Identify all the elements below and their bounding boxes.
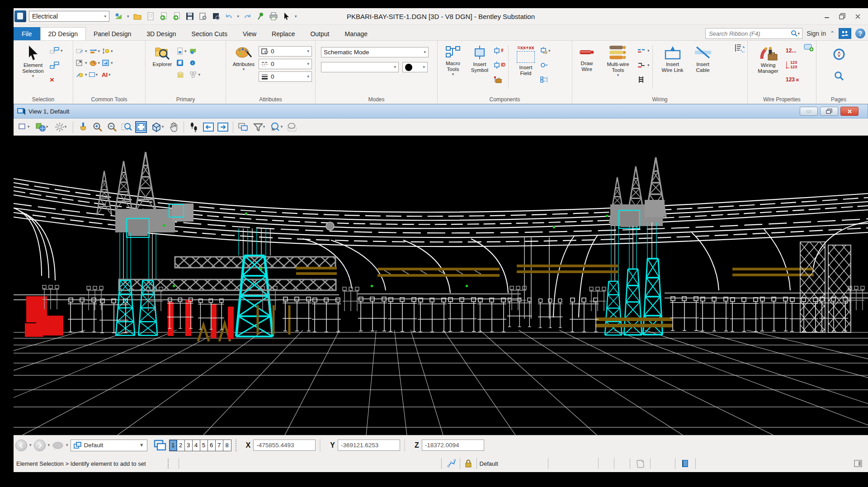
view-group-combobox[interactable]: Default ▼: [71, 440, 147, 451]
shape-tools-button[interactable]: ▾: [89, 70, 100, 80]
wire-numbers-button[interactable]: 12...: [786, 46, 799, 56]
page-search-button[interactable]: [834, 71, 844, 81]
z-coordinate-input[interactable]: [422, 440, 484, 451]
macro-tools-button[interactable]: Macro Tools ▾: [440, 43, 466, 89]
wire-node-button[interactable]: [540, 60, 551, 70]
text-tools-button[interactable]: AI▾: [102, 70, 113, 80]
key-in-button[interactable]: ▾: [189, 70, 201, 80]
wire-style-button[interactable]: ▾: [637, 46, 650, 56]
tab-section-cuts[interactable]: Section Cuts: [184, 27, 235, 40]
y-coordinate-input[interactable]: [338, 440, 400, 451]
style-tools-button[interactable]: ▾: [89, 58, 100, 68]
tab-view[interactable]: View: [235, 27, 264, 40]
mode-secondary-combobox[interactable]: ▾: [321, 62, 399, 72]
wire-step-button[interactable]: ▾: [637, 60, 650, 70]
export-icon[interactable]: [172, 11, 182, 21]
tab-manage[interactable]: Manage: [337, 27, 375, 40]
element-class-combobox[interactable]: 0▾: [259, 46, 312, 57]
print-icon[interactable]: [269, 11, 278, 21]
clip-volume-button[interactable]: ▾: [252, 121, 266, 133]
multiwire-tools-button[interactable]: Multi-wire Tools ▾: [599, 43, 637, 89]
chevron-down-icon[interactable]: ▾: [29, 443, 32, 447]
properties-button[interactable]: ▾: [176, 46, 188, 56]
feature-toggle-icon[interactable]: [114, 11, 124, 21]
help-icon[interactable]: ?: [855, 28, 865, 38]
toggle-views-button[interactable]: [153, 440, 167, 451]
view-attributes-button[interactable]: ▾: [17, 121, 31, 133]
insert-field-button[interactable]: =xx+xx Insert Field: [511, 43, 540, 89]
tab-3d-design[interactable]: 3D Design: [139, 27, 184, 40]
wire-list-edit-button[interactable]: [735, 43, 745, 52]
status-window-icon[interactable]: [853, 458, 863, 469]
view-toggle-3[interactable]: 3: [185, 440, 193, 451]
draw-wire-button[interactable]: Draw Wire: [575, 43, 599, 89]
item-info-button[interactable]: [189, 46, 201, 56]
element-selection-button[interactable]: Element Selection ▾: [16, 43, 50, 89]
chevron-down-icon[interactable]: ▾: [237, 14, 240, 19]
explorer-button[interactable]: Explorer: [148, 43, 176, 89]
view-toggle-4[interactable]: 4: [193, 440, 200, 451]
component-toolbox-button[interactable]: [494, 75, 505, 85]
modify-tools-button[interactable]: ▾: [76, 70, 87, 80]
symbol-number-button[interactable]: #: [494, 46, 505, 56]
undo-icon[interactable]: [224, 11, 234, 21]
symbol-edit-button[interactable]: ▾: [540, 46, 551, 56]
open-file-icon[interactable]: [132, 11, 142, 21]
view-toggle-7[interactable]: 7: [216, 440, 223, 451]
copy-view-button[interactable]: [237, 121, 249, 133]
ribbon-search-input[interactable]: [708, 30, 790, 38]
line-style-combobox[interactable]: 0▾: [259, 59, 312, 69]
tab-file[interactable]: File: [14, 27, 40, 40]
measure-tools-button[interactable]: ▾: [102, 46, 113, 56]
viewport-canvas[interactable]: [14, 136, 868, 435]
view-close-button[interactable]: [840, 107, 859, 116]
pin-map-button[interactable]: [540, 75, 551, 85]
chevron-down-icon[interactable]: ▾: [48, 443, 50, 447]
sign-in-link[interactable]: Sign in: [807, 30, 826, 37]
tab-output[interactable]: Output: [302, 27, 337, 40]
tab-replace[interactable]: Replace: [264, 27, 302, 40]
close-button[interactable]: [851, 11, 864, 21]
save-icon[interactable]: [185, 11, 195, 21]
pan-view-button[interactable]: [168, 121, 179, 133]
minimize-button[interactable]: [820, 11, 834, 21]
delete-wire-numbers-button[interactable]: 123×: [786, 75, 799, 85]
references-info-button[interactable]: i: [189, 58, 201, 68]
save-as-icon[interactable]: [211, 11, 221, 21]
chevron-down-icon[interactable]: ▾: [127, 14, 129, 19]
search-options-icon[interactable]: ▾: [798, 32, 800, 36]
view-toggle-2[interactable]: 2: [177, 440, 185, 451]
attributes-button[interactable]: Attributes ▾: [229, 43, 259, 89]
connect-center-icon[interactable]: [839, 28, 851, 39]
save-settings-icon[interactable]: [198, 11, 208, 21]
insert-wire-link-button[interactable]: Insert Wire Link: [656, 43, 690, 89]
rotate-view-button[interactable]: ▾: [150, 121, 165, 133]
view-toggle-8[interactable]: 8: [223, 440, 231, 451]
redo-icon[interactable]: [242, 11, 252, 21]
x-coordinate-input[interactable]: [253, 440, 316, 451]
view-toggle-6[interactable]: 6: [208, 440, 216, 451]
zoom-out-button[interactable]: [106, 121, 118, 133]
new-file-icon[interactable]: [146, 11, 156, 21]
clear-selection-button[interactable]: ×: [50, 75, 63, 85]
insert-symbol-button[interactable]: Insert Symbol: [466, 43, 494, 89]
back-button[interactable]: [15, 440, 27, 451]
levels-button[interactable]: [176, 70, 188, 80]
view-window-titlebar[interactable]: View 1, Default: [14, 104, 868, 118]
markup-button[interactable]: [52, 441, 64, 450]
view-previous-button[interactable]: [203, 121, 214, 133]
adjust-brightness-button[interactable]: ▾: [52, 121, 69, 133]
display-style-button[interactable]: ▾: [33, 121, 50, 133]
wire-number-order-button[interactable]: 123123: [786, 60, 799, 70]
manipulate-tools-button[interactable]: ▾: [76, 58, 87, 68]
color-combobox[interactable]: ▾: [402, 62, 428, 72]
qat-customize-icon[interactable]: ▾: [295, 14, 297, 19]
forward-button[interactable]: [34, 440, 46, 451]
update-view-button[interactable]: [77, 121, 89, 133]
symbol-id-button[interactable]: ID: [494, 60, 505, 70]
mode-combobox[interactable]: Schematic Mode▾: [321, 47, 429, 57]
wire-ladder-button[interactable]: [637, 75, 650, 85]
view-minimize-button[interactable]: [800, 107, 818, 116]
chevron-down-icon[interactable]: ▾: [66, 443, 68, 447]
toolbar-grip[interactable]: [236, 440, 238, 451]
